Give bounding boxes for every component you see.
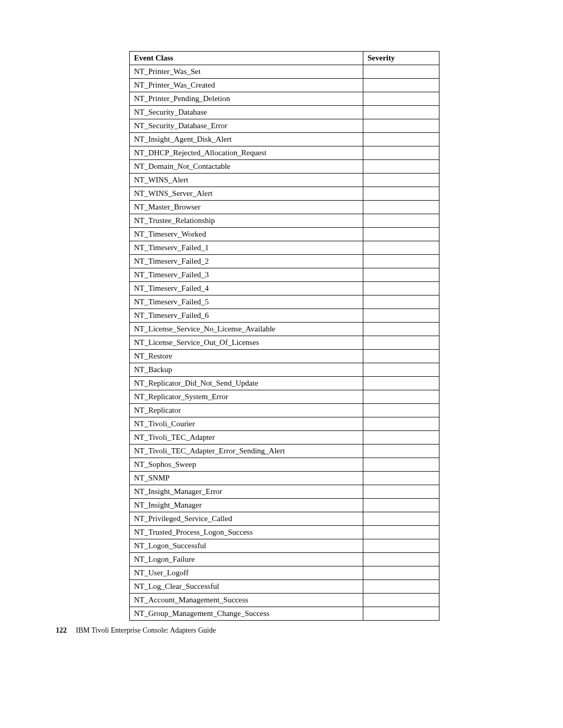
cell-severity bbox=[363, 174, 439, 187]
cell-event-class: NT_Tivoli_TEC_Adapter bbox=[130, 431, 363, 445]
cell-severity bbox=[363, 214, 439, 228]
table-row: NT_Insight_Manager bbox=[130, 499, 439, 512]
table-row: NT_Trusted_Process_Logon_Success bbox=[130, 526, 439, 539]
cell-event-class: NT_Security_Database bbox=[130, 106, 363, 119]
cell-event-class: NT_License_Service_Out_Of_Licenses bbox=[130, 336, 363, 350]
cell-event-class: NT_Timeserv_Failed_4 bbox=[130, 282, 363, 295]
cell-severity bbox=[363, 512, 439, 526]
table-row: NT_Timeserv_Failed_4 bbox=[130, 282, 439, 295]
table-row: NT_DHCP_Rejected_Allocation_Request bbox=[130, 146, 439, 160]
cell-event-class: NT_Logon_Successful bbox=[130, 539, 363, 553]
table-row: NT_SNMP bbox=[130, 472, 439, 485]
cell-severity bbox=[363, 404, 439, 417]
cell-severity bbox=[363, 363, 439, 377]
cell-event-class: NT_Tivoli_TEC_Adapter_Error_Sending_Aler… bbox=[130, 445, 363, 458]
cell-event-class: NT_Tivoli_Courier bbox=[130, 417, 363, 431]
event-class-table: Event Class Severity NT_Printer_Was_SetN… bbox=[129, 51, 439, 621]
cell-event-class: NT_Printer_Was_Created bbox=[130, 79, 363, 92]
table-row: NT_Replicator_Did_Not_Send_Update bbox=[130, 377, 439, 390]
table-row: NT_Insight_Agent_Disk_Alert bbox=[130, 133, 439, 146]
cell-severity bbox=[363, 268, 439, 282]
cell-severity bbox=[363, 309, 439, 323]
table-row: NT_Domain_Not_Contactable bbox=[130, 160, 439, 174]
cell-severity bbox=[363, 187, 439, 201]
cell-severity bbox=[363, 485, 439, 499]
table-row: NT_WINS_Alert bbox=[130, 174, 439, 187]
footer-text: IBM Tivoli Enterprise Console: Adapters … bbox=[76, 626, 216, 634]
cell-event-class: NT_Restore bbox=[130, 350, 363, 363]
cell-event-class: NT_Replicator_System_Error bbox=[130, 390, 363, 404]
cell-severity bbox=[363, 160, 439, 174]
cell-event-class: NT_WINS_Server_Alert bbox=[130, 187, 363, 201]
table-row: NT_Sophos_Sweep bbox=[130, 458, 439, 472]
cell-severity bbox=[363, 377, 439, 390]
cell-event-class: NT_Security_Database_Error bbox=[130, 119, 363, 133]
cell-severity bbox=[363, 241, 439, 255]
cell-event-class: NT_Timeserv_Worked bbox=[130, 228, 363, 241]
cell-severity bbox=[363, 106, 439, 119]
table-row: NT_Tivoli_TEC_Adapter_Error_Sending_Aler… bbox=[130, 445, 439, 458]
table-row: NT_Security_Database_Error bbox=[130, 119, 439, 133]
table-row: NT_Replicator bbox=[130, 404, 439, 417]
cell-severity bbox=[363, 472, 439, 485]
cell-event-class: NT_Replicator bbox=[130, 404, 363, 417]
cell-event-class: NT_Domain_Not_Contactable bbox=[130, 160, 363, 174]
cell-event-class: NT_Backup bbox=[130, 363, 363, 377]
cell-event-class: NT_WINS_Alert bbox=[130, 174, 363, 187]
cell-event-class: NT_User_Logoff bbox=[130, 566, 363, 580]
cell-severity bbox=[363, 336, 439, 350]
cell-event-class: NT_License_Service_No_License_Available bbox=[130, 323, 363, 336]
table-row: NT_Printer_Was_Set bbox=[130, 65, 439, 79]
cell-severity bbox=[363, 119, 439, 133]
cell-event-class: NT_Privileged_Service_Called bbox=[130, 512, 363, 526]
table-row: NT_Timeserv_Failed_1 bbox=[130, 241, 439, 255]
cell-severity bbox=[363, 417, 439, 431]
table-row: NT_Logon_Successful bbox=[130, 539, 439, 553]
cell-severity bbox=[363, 607, 439, 621]
cell-event-class: NT_Insight_Manager_Error bbox=[130, 485, 363, 499]
table-row: NT_WINS_Server_Alert bbox=[130, 187, 439, 201]
table-row: NT_Timeserv_Worked bbox=[130, 228, 439, 241]
cell-event-class: NT_Timeserv_Failed_6 bbox=[130, 309, 363, 323]
table-row: NT_License_Service_No_License_Available bbox=[130, 323, 439, 336]
cell-event-class: NT_Trusted_Process_Logon_Success bbox=[130, 526, 363, 539]
cell-severity bbox=[363, 65, 439, 79]
cell-severity bbox=[363, 539, 439, 553]
table-row: NT_Logon_Failure bbox=[130, 553, 439, 566]
page-number: 122 bbox=[56, 626, 67, 634]
cell-severity bbox=[363, 580, 439, 594]
cell-severity bbox=[363, 594, 439, 607]
cell-event-class: NT_Insight_Agent_Disk_Alert bbox=[130, 133, 363, 146]
cell-event-class: NT_DHCP_Rejected_Allocation_Request bbox=[130, 146, 363, 160]
table-row: NT_Printer_Pending_Deletion bbox=[130, 92, 439, 106]
cell-severity bbox=[363, 458, 439, 472]
header-event-class: Event Class bbox=[130, 52, 363, 65]
cell-severity bbox=[363, 323, 439, 336]
cell-severity bbox=[363, 390, 439, 404]
cell-event-class: NT_Sophos_Sweep bbox=[130, 458, 363, 472]
cell-severity bbox=[363, 526, 439, 539]
table-row: NT_Security_Database bbox=[130, 106, 439, 119]
table-row: NT_License_Service_Out_Of_Licenses bbox=[130, 336, 439, 350]
cell-severity bbox=[363, 201, 439, 214]
page-footer: 122 IBM Tivoli Enterprise Console: Adapt… bbox=[56, 626, 216, 635]
table-row: NT_Printer_Was_Created bbox=[130, 79, 439, 92]
cell-event-class: NT_Replicator_Did_Not_Send_Update bbox=[130, 377, 363, 390]
table-row: NT_Account_Management_Success bbox=[130, 594, 439, 607]
cell-severity bbox=[363, 350, 439, 363]
cell-severity bbox=[363, 499, 439, 512]
cell-severity bbox=[363, 255, 439, 268]
cell-event-class: NT_Timeserv_Failed_1 bbox=[130, 241, 363, 255]
table-row: NT_Timeserv_Failed_2 bbox=[130, 255, 439, 268]
table-row: NT_Backup bbox=[130, 363, 439, 377]
table-row: NT_Master_Browser bbox=[130, 201, 439, 214]
table-row: NT_Replicator_System_Error bbox=[130, 390, 439, 404]
cell-event-class: NT_Master_Browser bbox=[130, 201, 363, 214]
cell-severity bbox=[363, 133, 439, 146]
table-row: NT_Tivoli_Courier bbox=[130, 417, 439, 431]
cell-severity bbox=[363, 566, 439, 580]
cell-severity bbox=[363, 282, 439, 295]
cell-event-class: NT_Timeserv_Failed_3 bbox=[130, 268, 363, 282]
cell-severity bbox=[363, 445, 439, 458]
cell-event-class: NT_Logon_Failure bbox=[130, 553, 363, 566]
